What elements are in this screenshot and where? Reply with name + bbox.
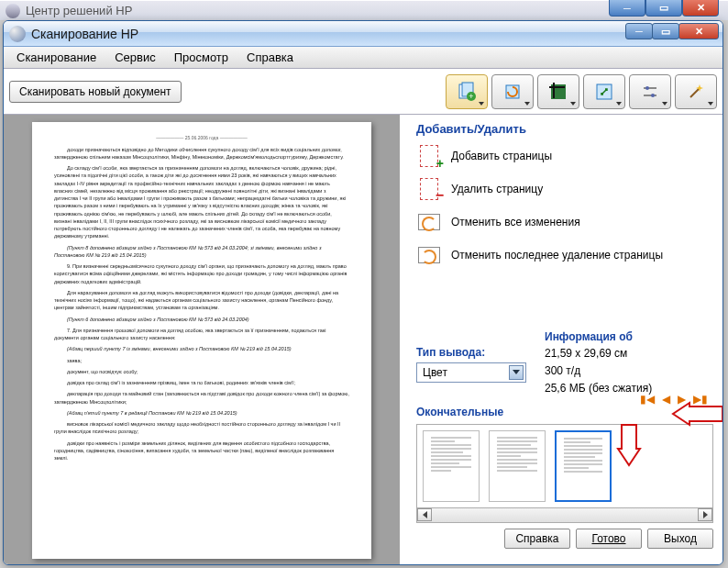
tool-rotate-button[interactable] bbox=[491, 74, 534, 109]
scroll-right-button[interactable] bbox=[698, 508, 712, 521]
rotate-icon bbox=[502, 82, 523, 102]
svg-line-11 bbox=[690, 88, 700, 97]
output-type-label: Тип вывода: bbox=[416, 346, 526, 359]
parent-window-title: Центр решений HP bbox=[26, 4, 132, 17]
scan-window-controls: ─ ▭ ✕ bbox=[626, 23, 719, 39]
doc-line: (Пункт 6 доповнено абзацом згідно з Пост… bbox=[54, 316, 349, 323]
scan-window: Сканирование HP ─ ▭ ✕ Сканирование Серви… bbox=[3, 20, 723, 565]
parent-close-button[interactable]: ✕ bbox=[682, 0, 719, 17]
scan-window-title: Сканирование HP bbox=[31, 27, 138, 41]
output-type-select[interactable]: Цвет bbox=[416, 362, 526, 383]
chevron-down-icon bbox=[509, 365, 524, 380]
undo-all-icon bbox=[416, 209, 442, 235]
add-pages-action[interactable]: Добавить страницы bbox=[416, 143, 713, 169]
annotation-arrow-left-icon bbox=[671, 403, 723, 423]
doc-line: (Абзац п'ятий пункту 7 в редакції Постан… bbox=[54, 409, 349, 417]
menu-help[interactable]: Справка bbox=[239, 49, 301, 66]
delete-page-label: Удалить страницу bbox=[451, 183, 543, 195]
tool-adjust-button[interactable] bbox=[629, 74, 671, 109]
undo-last-delete-action[interactable]: Отменить последнее удаление страницы bbox=[416, 242, 713, 268]
menu-view[interactable]: Просмотр bbox=[167, 49, 236, 66]
doc-line: —————— 25.06.2006 года —————— bbox=[54, 135, 349, 142]
maximize-button[interactable]: ▭ bbox=[652, 23, 679, 39]
add-remove-title: Добавить/Удалить bbox=[416, 122, 713, 136]
scan-new-document-label: Сканировать новый документ bbox=[19, 85, 171, 98]
doc-line: (Абзац перший пункту 7 із змінами, внесе… bbox=[54, 345, 349, 352]
undo-all-label: Отменить все изменения bbox=[451, 216, 580, 228]
doc-line: заява; bbox=[54, 357, 349, 364]
delete-page-icon bbox=[416, 176, 442, 202]
parent-maximize-button[interactable]: ▭ bbox=[645, 0, 682, 17]
svg-text:+: + bbox=[469, 92, 473, 101]
final-pages-label: Окончательные bbox=[416, 406, 503, 418]
info-size: 21,59 x 29,69 см bbox=[545, 345, 652, 362]
tool-add-remove-button[interactable]: + bbox=[446, 74, 488, 109]
menu-bar: Сканирование Сервис Просмотр Справка bbox=[4, 47, 722, 69]
hp-logo-icon bbox=[9, 26, 26, 42]
add-pages-label: Добавить страницы bbox=[451, 150, 552, 162]
thumbnail-page-selected[interactable] bbox=[555, 430, 612, 502]
minimize-button[interactable]: ─ bbox=[625, 23, 653, 39]
info-dpi: 300 т/д bbox=[545, 362, 652, 380]
tool-button-group: + bbox=[446, 74, 717, 109]
doc-line: документ, що посвідчує особу; bbox=[54, 368, 349, 375]
thumbnail-strip bbox=[416, 424, 713, 508]
thumbnail-page[interactable] bbox=[423, 430, 480, 502]
bottom-button-row: Справка Готово Выход bbox=[416, 529, 713, 549]
resize-icon bbox=[594, 82, 614, 102]
preview-pane: —————— 25.06.2006 года —————— доходи при… bbox=[4, 115, 400, 564]
output-info-row: Тип вывода: Цвет Информация об 21,59 x 2… bbox=[416, 330, 713, 398]
doc-line: До складу сім'ї особи, яка звертається з… bbox=[54, 164, 349, 240]
doc-line: 7. Для призначення грошової допомоги на … bbox=[54, 327, 349, 342]
output-type-value: Цвет bbox=[423, 366, 447, 379]
thumbnail-page[interactable] bbox=[489, 430, 546, 502]
help-button[interactable]: Справка bbox=[504, 529, 570, 549]
scroll-left-button[interactable] bbox=[417, 508, 432, 521]
info-block: 21,59 x 29,69 см 300 т/д 25,6 МБ (без сж… bbox=[545, 345, 652, 398]
crop-icon bbox=[548, 82, 568, 102]
scan-new-document-button[interactable]: Сканировать новый документ bbox=[9, 81, 182, 103]
hp-logo-icon bbox=[6, 4, 20, 18]
toolbar: Сканировать новый документ + bbox=[4, 69, 722, 115]
delete-page-action[interactable]: Удалить страницу bbox=[416, 176, 713, 202]
scan-window-titlebar: Сканирование HP ─ ▭ ✕ bbox=[4, 21, 722, 47]
doc-line: 9. При визначенні середньомісячного суку… bbox=[54, 262, 349, 285]
doc-line: Для нарахування допомоги на догляд можут… bbox=[54, 289, 349, 312]
info-filesize: 25,6 МБ (без сжатия) bbox=[545, 380, 652, 397]
pages-icon: + bbox=[457, 82, 477, 102]
nav-first-icon[interactable]: ▮◀ bbox=[640, 393, 655, 406]
undo-last-delete-label: Отменить последнее удаление страницы bbox=[451, 249, 663, 262]
doc-line: довідки про наявність і розміри земельни… bbox=[54, 440, 349, 462]
svg-point-9 bbox=[645, 86, 649, 90]
parent-window-controls: ─ ▭ ✕ bbox=[609, 0, 719, 17]
tool-effects-button[interactable] bbox=[675, 74, 717, 109]
tool-resize-button[interactable] bbox=[583, 74, 625, 109]
doc-line: доходи призначаються відповідно до Метод… bbox=[54, 146, 349, 161]
magic-wand-icon bbox=[686, 82, 706, 102]
menu-service[interactable]: Сервис bbox=[107, 49, 163, 66]
info-label: Информация об bbox=[545, 330, 652, 343]
content-area: —————— 25.06.2006 года —————— доходи при… bbox=[4, 115, 722, 564]
nav-prev-icon[interactable]: ◀ bbox=[662, 393, 670, 406]
side-panel: Добавить/Удалить Добавить страницы Удали… bbox=[400, 115, 722, 564]
annotation-arrow-down-icon bbox=[618, 423, 640, 467]
add-pages-icon bbox=[416, 143, 442, 169]
thumbnail-scrollbar[interactable] bbox=[416, 508, 713, 523]
document-preview[interactable]: —————— 25.06.2006 года —————— доходи при… bbox=[32, 122, 371, 559]
action-list: Добавить страницы Удалить страницу Отмен… bbox=[416, 143, 713, 268]
tool-crop-button[interactable] bbox=[537, 74, 579, 109]
doc-line: висновок лікарської комісії медичного за… bbox=[54, 420, 349, 436]
doc-line: (Пункт 8 доповнено абзацом згідно з Пост… bbox=[54, 244, 349, 260]
doc-line: довідка про склад сім'ї із зазначенням п… bbox=[54, 379, 349, 386]
undo-last-delete-icon bbox=[416, 242, 442, 268]
close-button[interactable]: ✕ bbox=[678, 23, 719, 39]
exit-button[interactable]: Выход bbox=[647, 529, 713, 549]
done-button[interactable]: Готово bbox=[576, 529, 642, 549]
undo-all-action[interactable]: Отменить все изменения bbox=[416, 209, 713, 235]
menu-scan[interactable]: Сканирование bbox=[9, 49, 104, 66]
doc-line: декларація про доходи та майновий стан (… bbox=[54, 390, 349, 406]
svg-point-10 bbox=[651, 94, 655, 97]
parent-minimize-button[interactable]: ─ bbox=[609, 0, 645, 17]
sliders-icon bbox=[640, 82, 660, 102]
